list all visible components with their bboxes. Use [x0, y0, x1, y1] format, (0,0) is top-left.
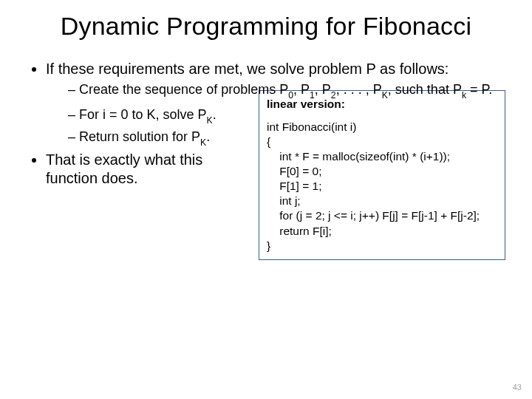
t: Create the sequence of problems P — [79, 82, 288, 97]
t: , . . . , P — [336, 82, 382, 97]
sub-K3: K — [200, 137, 206, 148]
t: For i = 0 to K, solve P — [79, 107, 207, 122]
lower-left: For i = 0 to K, solve PK. Return solutio… — [27, 103, 248, 191]
l7: for (j = 2; j <= i; j++) F[j] = F[j-1] +… — [267, 209, 480, 222]
t: , P — [315, 82, 331, 97]
sub-2: For i = 0 to K, solve PK. — [68, 106, 248, 126]
t: Return solution for P — [79, 129, 200, 144]
bullet-2-list: That is exactly what this function does. — [27, 151, 248, 188]
t: = P. — [466, 82, 492, 97]
l9: } — [267, 239, 270, 252]
code-body: int Fibonacci(int i) { int * F = malloc(… — [267, 120, 497, 253]
l6: int j; — [267, 194, 301, 207]
bullet-1-sublist: Create the sequence of problems P0, P1, … — [46, 81, 505, 100]
sub-K: K — [382, 90, 388, 100]
sub-cont: For i = 0 to K, solve PK. Return solutio… — [46, 106, 248, 148]
lower-row: For i = 0 to K, solve PK. Return solutio… — [27, 103, 505, 259]
slide-title: Dynamic Programming for Fibonacci — [0, 0, 532, 41]
t: , such that P — [388, 82, 462, 97]
slide: Dynamic Programming for Fibonacci If the… — [0, 0, 532, 399]
sub-k: k — [462, 90, 466, 100]
sub-K2: K — [207, 115, 213, 126]
l1: int Fibonacci(int i) — [267, 120, 356, 133]
slide-content: If these requirements are met, we solve … — [0, 41, 532, 260]
t: . — [206, 129, 210, 144]
contlist: For i = 0 to K, solve PK. Return solutio… — [27, 106, 248, 148]
l5: F[1] = 1; — [267, 180, 322, 192]
sub-1s: 1 — [310, 90, 315, 100]
l4: F[0] = 0; — [267, 165, 322, 177]
sub-0: 0 — [288, 90, 293, 100]
l2: { — [267, 135, 270, 148]
sub-1: Create the sequence of problems P0, P1, … — [68, 81, 505, 100]
sub-3: Return solution for PK. — [68, 129, 248, 148]
bullet-2: That is exactly what this function does. — [46, 151, 248, 188]
cont: For i = 0 to K, solve PK. Return solutio… — [46, 106, 248, 148]
l8: return F[i]; — [267, 225, 332, 237]
t: . — [213, 107, 216, 122]
bullet-list: If these requirements are met, we solve … — [27, 60, 505, 100]
l3: int * F = malloc(sizeof(int) * (i+1)); — [267, 150, 450, 163]
code-box: linear version: int Fibonacci(int i) { i… — [259, 90, 505, 259]
sub-2s: 2 — [331, 90, 336, 100]
t: , P — [293, 82, 310, 97]
bullet-1: If these requirements are met, we solve … — [46, 60, 505, 100]
bullet-1-text: If these requirements are met, we solve … — [46, 61, 449, 77]
page-number: 43 — [513, 383, 522, 392]
